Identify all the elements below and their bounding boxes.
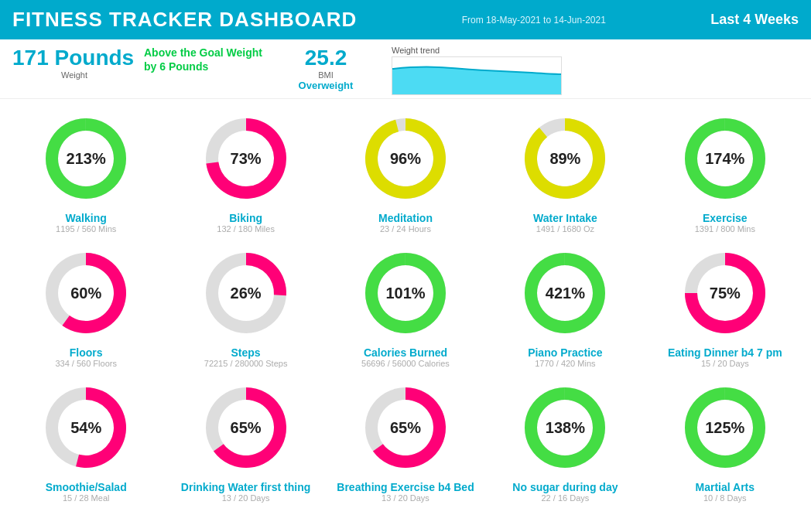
donut-stat: 15 / 28 Meal: [63, 493, 110, 503]
donut-cell: 96% Meditation 23 / 24 Hours: [326, 105, 485, 237]
weight-label: Weight: [12, 70, 136, 80]
donut-name: Smoothie/Salad: [46, 481, 127, 493]
donut-percent: 60%: [70, 285, 101, 302]
bmi-summary: 25.2 BMI Overweight: [275, 46, 376, 91]
donut-name: Eating Dinner b4 7 pm: [668, 346, 782, 359]
weight-value: 171 Pounds: [12, 46, 136, 70]
donut-name: Water Intake: [533, 212, 597, 224]
donut-stat: 13 / 20 Days: [382, 493, 429, 503]
donut-name: No sugar during day: [512, 481, 618, 493]
donut-percent: 65%: [390, 419, 421, 437]
donut-wrapper: 125%: [675, 377, 775, 478]
donut-percent: 125%: [705, 419, 744, 437]
goal-summary: Above the Goal Weight by 6 Pounds: [136, 46, 275, 73]
donut-wrapper: 101%: [355, 243, 456, 343]
donut-cell: 421% Piano Practice 1770 / 420 Mins: [485, 240, 645, 371]
donut-percent: 138%: [546, 419, 585, 437]
donut-stat: 56696 / 56000 Calories: [361, 359, 450, 368]
bmi-label: BMI: [275, 70, 376, 80]
donut-stat: 334 / 560 Floors: [55, 359, 117, 368]
donut-cell: 138% No sugar during day 22 / 16 Days: [485, 374, 645, 506]
donut-name: Exercise: [703, 212, 748, 224]
donut-stat: 13 / 20 Days: [222, 493, 270, 503]
header: FITNESS TRACKER DASHBOARD From 18-May-20…: [0, 0, 811, 39]
donut-name: Meditation: [378, 212, 433, 224]
donut-cell: 65% Breathing Exercise b4 Bed 13 / 20 Da…: [326, 374, 485, 506]
donut-cell: 174% Exercise 1391 / 800 Mins: [645, 105, 805, 237]
donut-percent: 26%: [231, 285, 262, 302]
bmi-value: 25.2: [275, 46, 376, 70]
donut-stat: 132 / 180 Miles: [217, 224, 275, 234]
donut-percent: 73%: [231, 150, 262, 168]
donut-percent: 65%: [231, 419, 262, 437]
donut-percent: 101%: [385, 285, 425, 302]
donut-name: Biking: [229, 212, 262, 224]
donut-percent: 54%: [70, 419, 101, 437]
donut-stat: 1491 / 1680 Oz: [536, 224, 594, 234]
donut-name: Breathing Exercise b4 Bed: [337, 481, 474, 493]
donut-wrapper: 174%: [675, 108, 775, 209]
donut-cell: 73% Biking 132 / 180 Miles: [166, 105, 325, 237]
donut-name: Floors: [70, 346, 103, 359]
weight-summary: 171 Pounds Weight: [12, 46, 136, 80]
donut-wrapper: 65%: [196, 377, 296, 478]
donut-percent: 421%: [546, 285, 585, 302]
donut-stat: 1195 / 560 Mins: [56, 224, 116, 234]
donut-cell: 75% Eating Dinner b4 7 pm 15 / 20 Days: [645, 240, 805, 371]
donut-name: Walking: [66, 212, 107, 224]
summary-row: 171 Pounds Weight Above the Goal Weight …: [0, 39, 811, 99]
donuts-grid: 213% Walking 1195 / 560 Mins 73% Biking …: [0, 99, 811, 512]
donut-wrapper: 89%: [515, 108, 615, 209]
donut-wrapper: 213%: [36, 108, 136, 209]
donut-cell: 65% Drinking Water first thing 13 / 20 D…: [166, 374, 325, 506]
donut-stat: 22 / 16 Days: [542, 493, 590, 503]
donut-cell: 125% Martial Arts 10 / 8 Days: [645, 374, 805, 506]
donut-cell: 54% Smoothie/Salad 15 / 28 Meal: [6, 374, 166, 506]
dashboard-title: FITNESS TRACKER DASHBOARD: [12, 8, 357, 32]
donut-name: Piano Practice: [528, 346, 603, 359]
bmi-status: Overweight: [275, 80, 376, 91]
trend-svg: [392, 57, 562, 95]
donut-wrapper: 96%: [355, 108, 456, 209]
donut-percent: 96%: [390, 150, 421, 168]
goal-line2: by 6 Pounds: [144, 60, 275, 73]
donut-stat: 15 / 20 Days: [701, 359, 749, 368]
donut-stat: 1770 / 420 Mins: [535, 359, 595, 368]
donut-percent: 75%: [710, 285, 741, 302]
donut-name: Martial Arts: [696, 481, 755, 493]
donut-stat: 72215 / 280000 Steps: [204, 359, 288, 368]
donut-cell: 213% Walking 1195 / 560 Mins: [6, 105, 166, 237]
donut-stat: 1391 / 800 Mins: [695, 224, 755, 234]
donut-wrapper: 60%: [36, 243, 136, 343]
donut-wrapper: 75%: [675, 243, 775, 343]
donut-name: Calories Burned: [364, 346, 447, 359]
donut-wrapper: 73%: [196, 108, 296, 209]
goal-line1: Above the Goal Weight: [144, 46, 275, 60]
donut-percent: 89%: [549, 150, 580, 168]
donut-stat: 10 / 8 Days: [703, 493, 747, 503]
donut-wrapper: 26%: [196, 243, 296, 343]
donut-percent: 174%: [705, 150, 744, 168]
donut-name: Drinking Water first thing: [181, 481, 310, 493]
weight-trend-area: Weight trend: [376, 46, 799, 95]
chart-label: Weight trend: [392, 46, 799, 55]
weight-trend-chart: [392, 56, 562, 95]
donut-name: Steps: [231, 346, 261, 359]
donut-cell: 89% Water Intake 1491 / 1680 Oz: [485, 105, 645, 237]
date-range: From 18-May-2021 to 14-Jun-2021: [462, 15, 606, 26]
donut-wrapper: 65%: [355, 377, 456, 478]
donut-wrapper: 138%: [515, 377, 615, 478]
donut-stat: 23 / 24 Hours: [380, 224, 431, 234]
period-label: Last 4 Weeks: [710, 12, 799, 28]
donut-wrapper: 421%: [515, 243, 615, 343]
donut-wrapper: 54%: [36, 377, 136, 478]
donut-cell: 26% Steps 72215 / 280000 Steps: [166, 240, 325, 371]
donut-percent: 213%: [67, 150, 106, 168]
donut-cell: 101% Calories Burned 56696 / 56000 Calor…: [326, 240, 485, 371]
donut-cell: 60% Floors 334 / 560 Floors: [6, 240, 166, 371]
